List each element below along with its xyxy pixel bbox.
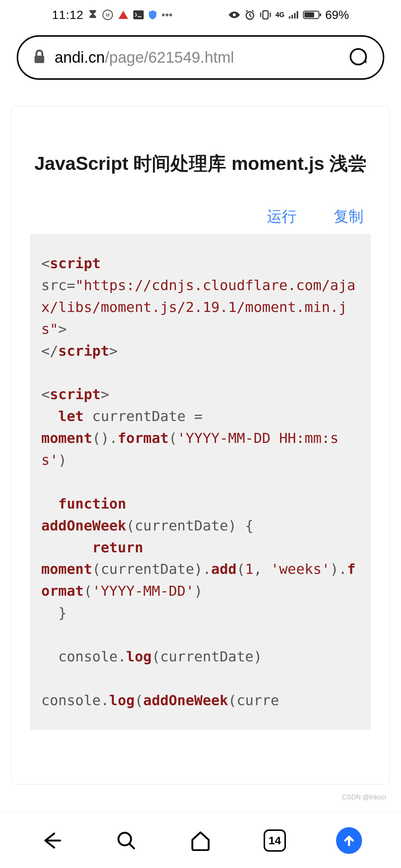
article-title: JavaScript 时间处理库 moment.js 浅尝: [12, 106, 389, 199]
network-4g-icon: 4G: [276, 11, 284, 19]
svg-rect-7: [304, 12, 314, 17]
svg-text:M: M: [106, 13, 110, 18]
svg-point-3: [233, 13, 236, 16]
svg-point-10: [351, 49, 366, 65]
tabs-count: 14: [264, 829, 286, 852]
url-host: andi.cn: [55, 49, 105, 66]
url-bar[interactable]: andi.cn/page/621549.html: [17, 35, 384, 80]
svg-rect-9: [35, 56, 44, 63]
alarm-icon: [244, 9, 255, 20]
code-actions: 运行 复制: [12, 199, 389, 234]
app-badge-icon: M: [102, 9, 113, 20]
svg-rect-8: [320, 13, 321, 16]
vibrate-icon: [259, 10, 272, 20]
run-button[interactable]: 运行: [267, 206, 297, 227]
status-right: 4G 69%: [228, 8, 349, 22]
bottom-nav: 14: [0, 812, 401, 868]
battery-icon: [303, 10, 322, 20]
svg-rect-5: [263, 11, 268, 19]
hourglass-icon: [88, 9, 98, 20]
status-left: 11:12 M •••: [52, 8, 173, 22]
url-path: /page/621549.html: [105, 49, 234, 66]
url-text[interactable]: andi.cn/page/621549.html: [55, 49, 340, 66]
status-time: 11:12: [52, 8, 84, 22]
content-card: JavaScript 时间处理库 moment.js 浅尝 运行 复制 <scr…: [11, 106, 390, 785]
search-button[interactable]: [113, 828, 139, 854]
arrow-up-icon: [342, 833, 356, 848]
back-button[interactable]: [39, 828, 65, 854]
lock-icon: [33, 49, 46, 66]
tabs-button[interactable]: 14: [262, 828, 288, 854]
eye-icon: [228, 11, 241, 19]
upload-button[interactable]: [336, 828, 362, 854]
battery-percent: 69%: [325, 8, 349, 22]
signal-icon: [288, 10, 299, 19]
triangle-icon: [118, 10, 129, 20]
terminal-icon: [133, 10, 144, 19]
code-block[interactable]: <script src="https://cdnjs.cloudflare.co…: [30, 234, 371, 730]
status-bar: 11:12 M ••• 4G: [0, 0, 401, 30]
copy-button[interactable]: 复制: [334, 206, 363, 227]
more-dots-icon: •••: [162, 9, 172, 21]
shield-icon: [148, 10, 157, 20]
svg-rect-2: [133, 10, 144, 19]
watermark: CSDN @inksci: [342, 793, 386, 801]
home-button[interactable]: [188, 828, 213, 854]
reload-icon[interactable]: [349, 47, 368, 68]
